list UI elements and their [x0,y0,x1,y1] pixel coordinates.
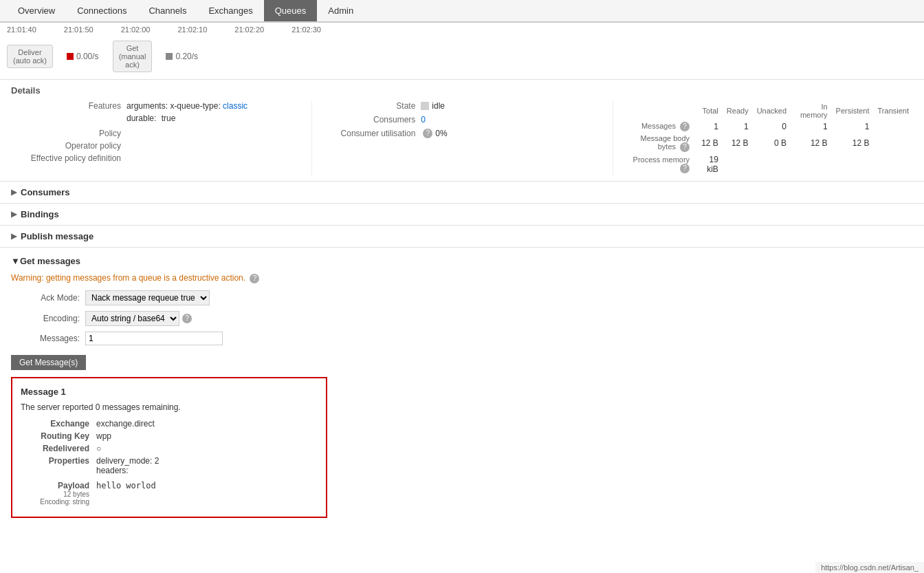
ack-mode-label: Ack Mode: [11,293,80,303]
durable-label: durable: [126,113,156,123]
warning-help[interactable]: ? [250,274,259,283]
consumer-utilisation-label: Consumer utilisation [319,129,415,138]
rate-buttons: Deliver(auto ack) 0.00/s Get(manualack) … [7,36,917,76]
delivery-mode-value: 2 [155,456,160,466]
publish-arrow: ▶ [11,232,16,241]
nav-admin[interactable]: Admin [317,0,364,21]
mem-transient [874,153,913,175]
deliver-rate-value: 0.00/s [76,52,99,61]
policy-label: Policy [11,129,121,138]
deliver-auto-ack-btn[interactable]: Deliver(auto ack) [7,45,53,68]
operator-policy-label: Operator policy [11,141,121,151]
consumers-collapsible[interactable]: ▶ Consumers [0,181,924,203]
mem-in-memory [791,153,832,175]
bindings-collapsible[interactable]: ▶ Bindings [0,203,924,225]
operator-policy-row: Operator policy [11,141,298,151]
x-queue-type-value[interactable]: classic [223,101,248,111]
mem-unacked [753,153,791,175]
messages-table: Total Ready Unacked In memory Persistent… [620,101,913,175]
arguments-label: arguments: [126,101,168,111]
th-total: Total [694,101,723,120]
messages-row: Messages ? 1 1 0 1 1 [620,120,913,133]
bytes-total: 12 B [694,133,723,153]
th-persistent: Persistent [832,101,874,120]
ack-mode-select[interactable]: Nack message requeue true Ack message re… [85,290,210,305]
messages-help[interactable]: ? [680,122,690,131]
state-row: State idle [319,101,605,111]
redelivered-value: ○ [96,444,101,453]
idle-box [421,102,429,110]
durable-spacer [11,113,121,123]
policy-row: Policy [11,129,298,138]
get-messages-arrow: ▼ [11,256,20,266]
get-messages-label: Get messages [20,256,80,266]
features-value: arguments: x-queue-type: classic [126,101,248,111]
nav-connections[interactable]: Connections [66,0,138,21]
delivery-mode-label: delivery_mode: [96,456,152,466]
consumer-utilisation-help[interactable]: ? [423,129,432,138]
get-messages-header[interactable]: ▼ Get messages [11,256,913,266]
features-row: Features arguments: x-queue-type: classi… [11,101,298,111]
msg-ready: 1 [723,120,753,133]
consumers-label: Consumers [21,187,70,197]
publish-collapsible[interactable]: ▶ Publish message [0,225,924,247]
ts-2: 21:01:50 [64,25,94,34]
durable-value-row: durable: true [126,113,175,123]
exchange-value: exchange.direct [96,419,155,429]
msg-total: 1 [694,120,723,133]
consumer-utilisation-value: 0% [435,129,447,138]
th-transient: Transient [874,101,913,120]
mem-ready [723,153,753,175]
consumers-header[interactable]: ▶ Consumers [11,187,913,197]
bytes-persistent: 12 B [832,133,874,153]
nav-exchanges[interactable]: Exchanges [197,0,263,21]
get-messages-section: ▼ Get messages Warning: getting messages… [0,247,924,526]
mem-total: 19 kiB [694,153,723,175]
payload-encoding: Encoding: string [21,498,89,506]
message-remaining-text: The server reported 0 messages remaining… [21,402,318,412]
encoding-help[interactable]: ? [182,314,192,323]
consumers-value[interactable]: 0 [421,115,426,125]
consumers-arrow: ▶ [11,188,16,197]
message-title: Message 1 [21,387,318,397]
msg-persistent: 1 [832,120,874,133]
bytes-in-memory: 12 B [791,133,832,153]
nav-channels[interactable]: Channels [138,0,197,21]
publish-header[interactable]: ▶ Publish message [11,231,913,241]
routing-key-value: wpp [96,431,111,441]
payload-main-label: Payload [58,481,89,490]
ts-3: 21:02:00 [121,25,151,34]
payload-bytes: 12 bytes [21,490,89,498]
th-ready: Ready [723,101,753,120]
bytes-ready: 12 B [723,133,753,153]
nav-bar: Overview Connections Channels Exchanges … [0,0,924,23]
bindings-header[interactable]: ▶ Bindings [11,209,913,219]
deliver-dot [67,53,74,60]
messages-col: Total Ready Unacked In memory Persistent… [613,101,913,175]
deliver-rate: 0.00/s [67,52,99,61]
headers-label: headers: [96,466,129,475]
get-manual-ack-btn[interactable]: Get(manualack) [113,41,153,72]
msg-body-help[interactable]: ? [680,142,690,152]
bytes-unacked: 0 B [753,133,791,153]
state-label: State [319,101,415,111]
consumer-utilisation-row: Consumer utilisation ? 0% [319,129,605,138]
nav-overview[interactable]: Overview [7,0,66,21]
routing-key-label: Routing Key [21,431,89,441]
payload-value: hello worlod [96,481,156,506]
get-dot [166,53,173,60]
properties-row: Properties delivery_mode: 2 headers: [21,456,318,475]
get-messages-button[interactable]: Get Message(s) [11,355,86,370]
get-rate-value: 0.20/s [175,52,198,61]
nav-queues[interactable]: Queues [264,0,318,21]
effective-policy-label: Effective policy definition [11,153,121,163]
state-col: State idle Consumers 0 Consumer utilisat… [311,101,612,175]
process-memory-help[interactable]: ? [680,164,690,173]
msg-transient [874,120,913,133]
redelivered-row: Redelivered ○ [21,444,318,453]
messages-count-row: Messages: [11,332,913,345]
encoding-select[interactable]: Auto string / base64 base64 [85,311,179,326]
messages-count-input[interactable] [85,332,223,345]
bytes-transient [874,133,913,153]
message-result-box: Message 1 The server reported 0 messages… [11,377,327,518]
